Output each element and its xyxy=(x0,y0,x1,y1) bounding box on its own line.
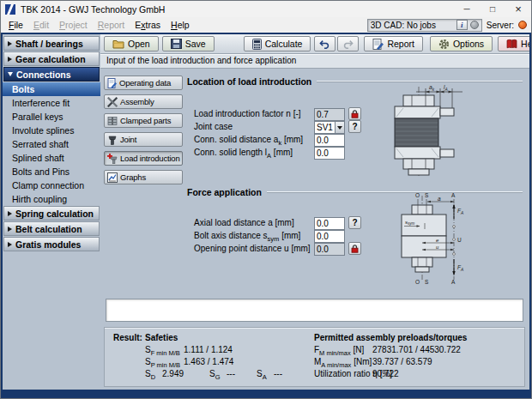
preload-ma-value: 39.737 / 63.579 xyxy=(372,357,432,366)
conn-solid-distance-input[interactable] xyxy=(314,134,345,147)
menu-extras[interactable]: Extras xyxy=(130,19,166,31)
module-button-clamped-parts[interactable]: Clamped parts xyxy=(104,113,183,128)
menu-file[interactable]: File xyxy=(3,19,28,31)
sidebar-group-shaft-bearings[interactable]: Shaft / bearings xyxy=(3,36,100,51)
sidebar-item-hirth-coupling[interactable]: Hirth coupling xyxy=(3,192,100,206)
svg-text:S: S xyxy=(425,279,429,285)
sidebar-item-splined-shaft[interactable]: Splined shaft xyxy=(3,151,100,165)
info-bar: Input of the load introduction and force… xyxy=(100,54,529,69)
sidebar-group-gratis-modules[interactable]: Gratis modules xyxy=(3,237,100,251)
help-button[interactable]: ? xyxy=(348,216,361,229)
field-label: Conn. solid length lA [mm] xyxy=(194,148,293,157)
form-row-conn-solid-distance: Conn. solid distance ak [mm] xyxy=(194,135,366,148)
message-box xyxy=(106,299,523,322)
svg-text:lA: lA xyxy=(444,84,448,92)
lock-icon xyxy=(351,245,359,253)
sidebar-group-connections[interactable]: Connections xyxy=(3,67,100,82)
sidebar-item-interference-fit[interactable]: Interference fit xyxy=(3,96,100,110)
opening-point-distance-input[interactable] xyxy=(314,243,345,256)
chevron-right-icon xyxy=(8,41,12,46)
result-label: Result: xyxy=(113,333,142,342)
graphs-icon xyxy=(107,172,118,183)
svg-text:ak: ak xyxy=(429,84,435,92)
preload-ma-sym: MA min/max [Nm] xyxy=(314,357,372,366)
menu-report: Report xyxy=(93,19,130,31)
load-introduction-icon xyxy=(107,154,118,164)
redo-icon xyxy=(342,39,354,49)
redo-button[interactable] xyxy=(337,36,359,51)
module-button-operating-data[interactable]: Operating data xyxy=(104,76,183,90)
report-button[interactable]: Report xyxy=(364,36,423,51)
sidebar-group-gear-calculation[interactable]: Gear calculation xyxy=(3,51,100,66)
help-button[interactable]: Help xyxy=(498,36,529,51)
help-button[interactable]: ? xyxy=(348,120,361,133)
field-label: Joint case xyxy=(194,122,233,131)
safety-sd-sym: SD xyxy=(145,369,155,378)
sidebar-item-serrated-shaft[interactable]: Serrated shaft xyxy=(3,137,100,151)
conn-solid-length-input[interactable] xyxy=(314,147,345,160)
operating-data-icon xyxy=(107,78,117,88)
cad-status-box: 3D CAD: No jobs i xyxy=(367,19,482,32)
svg-text:A: A xyxy=(451,279,456,285)
form-row-load-introduction-factor: Load introduction factor n [-] xyxy=(194,109,366,122)
preloads-title: Permitted assembly preloads/torques xyxy=(314,333,467,342)
module-button-load-introduction[interactable]: Load introduction xyxy=(104,151,183,166)
chevron-down-icon xyxy=(335,122,344,133)
options-button[interactable]: Options xyxy=(430,36,493,51)
minimize-button[interactable]: ─ xyxy=(454,1,480,17)
info-button[interactable]: i xyxy=(456,20,468,30)
open-button[interactable]: Open xyxy=(104,36,159,51)
svg-text:S: S xyxy=(425,192,429,198)
safety-sa-value: --- xyxy=(274,369,282,378)
field-label: Load introduction factor n [-] xyxy=(194,109,301,118)
menu-help[interactable]: Help xyxy=(166,19,195,31)
utilization-value: 90.722 xyxy=(372,369,399,378)
bolt-axis-distance-input[interactable] xyxy=(314,230,345,243)
joint-case-select[interactable]: SV1 xyxy=(314,121,345,134)
sidebar-item-parallel-keys[interactable]: Parallel keys xyxy=(3,110,100,124)
sidebar-item-bolts-and-pins[interactable]: Bolts and Pins xyxy=(3,165,100,178)
report-document-icon xyxy=(372,39,384,50)
load-introduction-factor-input[interactable] xyxy=(314,108,345,121)
preload-fm-sym: FM min/max [N] xyxy=(314,345,364,354)
lock-button[interactable] xyxy=(348,242,361,255)
window-title: TBK 2014 - GWJ Technology GmbH xyxy=(21,4,165,15)
chevron-down-icon xyxy=(8,72,13,76)
gear-icon xyxy=(438,39,450,50)
sidebar: Shaft / bearings Gear calculation Connec… xyxy=(3,34,100,390)
sidebar-item-bolts[interactable]: Bolts xyxy=(3,82,100,96)
sidebar-group-spring-calculation[interactable]: Spring calculation xyxy=(3,206,100,221)
sidebar-item-involute-splines[interactable]: Involute splines xyxy=(3,124,100,137)
undo-button[interactable] xyxy=(314,36,336,51)
clamped-parts-icon xyxy=(107,116,118,126)
field-label: Axial load distance a [mm] xyxy=(194,218,294,227)
undo-icon xyxy=(319,39,330,49)
menu-project: Project xyxy=(54,19,93,31)
axial-load-distance-input[interactable] xyxy=(314,217,345,230)
lock-button[interactable] xyxy=(348,107,361,120)
open-folder-icon xyxy=(112,39,124,49)
cad-status-indicator xyxy=(470,21,479,29)
svg-text:FA: FA xyxy=(457,208,463,215)
load-introduction-diagram: ak lA xyxy=(384,84,480,178)
save-button[interactable]: Save xyxy=(162,36,215,51)
module-button-graphs[interactable]: Graphs xyxy=(104,170,183,184)
force-application-diagram: O S A a FA xyxy=(387,190,478,287)
module-button-joint[interactable]: Joint xyxy=(104,132,183,147)
maximize-button[interactable]: □ xyxy=(480,1,505,17)
preload-fm-value: 27831.701 / 44530.722 xyxy=(372,345,461,354)
sidebar-group-belt-calculation[interactable]: Belt calculation xyxy=(3,221,100,236)
module-button-assembly[interactable]: Assembly xyxy=(104,94,183,109)
safety-sd-value: 2.949 xyxy=(162,369,184,378)
server-status-indicator xyxy=(518,21,527,29)
sidebar-item-clamp-connection[interactable]: Clamp connection xyxy=(3,178,100,192)
menu-edit: Edit xyxy=(28,19,54,31)
save-disk-icon xyxy=(171,39,182,49)
close-button[interactable]: × xyxy=(505,1,531,17)
app-window: TBK 2014 - GWJ Technology GmbH ─ □ × Fil… xyxy=(0,0,532,399)
svg-text:FA: FA xyxy=(457,264,463,272)
calculate-button[interactable]: Calculate xyxy=(244,36,311,51)
safety-sg-sym: SG xyxy=(209,369,221,378)
calculator-icon xyxy=(252,39,262,50)
safety-sp-value: 1.463 / 1.474 xyxy=(184,357,233,366)
